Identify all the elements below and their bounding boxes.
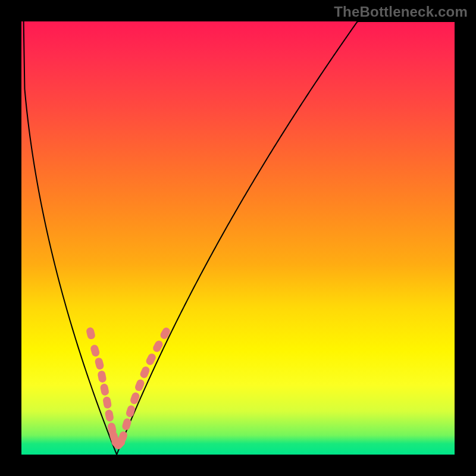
curve-marker xyxy=(125,405,136,418)
curve-marker xyxy=(90,344,101,358)
curve-marker xyxy=(105,409,114,422)
chart-svg xyxy=(21,21,455,455)
plot-area xyxy=(21,21,455,455)
curve-marker xyxy=(94,357,105,371)
curve-marker xyxy=(159,326,171,340)
curve-right-branch xyxy=(117,21,455,455)
curve-marker xyxy=(121,418,132,431)
marker-group xyxy=(86,326,172,450)
curve-marker xyxy=(139,365,151,380)
curve-marker xyxy=(102,396,112,409)
chart-frame: TheBottleneck.com xyxy=(0,0,476,476)
curve-marker xyxy=(86,327,96,340)
watermark-text: TheBottleneck.com xyxy=(334,4,468,20)
bottleneck-curve xyxy=(24,21,455,455)
curve-marker xyxy=(99,383,109,396)
curve-marker xyxy=(97,370,107,383)
curve-marker xyxy=(145,352,157,367)
